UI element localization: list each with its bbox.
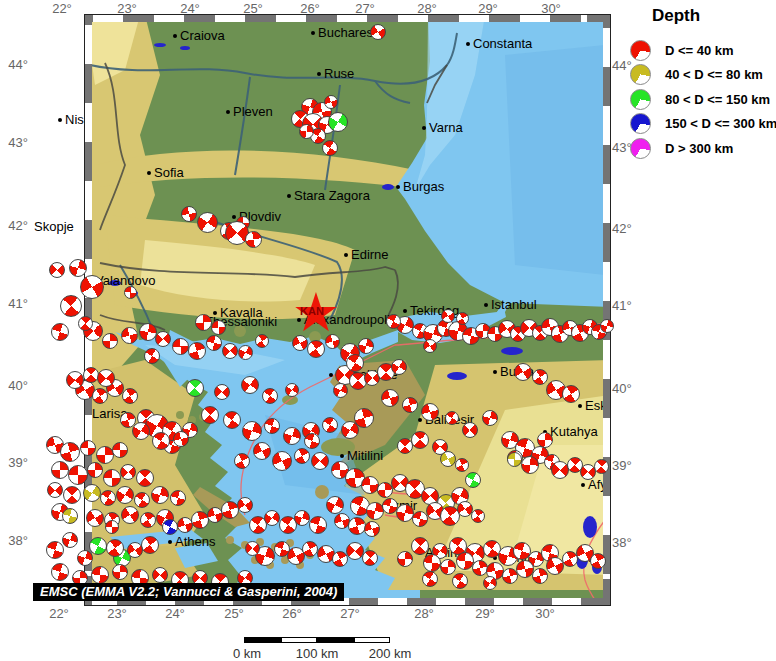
city-marker: Edirne — [344, 247, 389, 262]
station-code-label: KAN — [300, 305, 324, 317]
city-marker: Afyon — [581, 477, 603, 492]
city-label: Bursa — [500, 364, 534, 379]
city-marker: Balikesir — [418, 412, 474, 427]
city-marker: Athens — [168, 534, 215, 549]
lon-tick-label: 23° — [107, 606, 127, 621]
city-dot-icon — [403, 309, 407, 313]
city-dot-icon — [232, 215, 236, 219]
city-dot-icon — [422, 126, 426, 130]
city-label: Craiova — [180, 28, 225, 43]
city-label: Canakkale — [336, 367, 397, 382]
legend-item-label: 40 < D <= 80 km — [665, 67, 763, 82]
city-dot-icon — [147, 171, 151, 175]
lon-tick-label: 26° — [282, 606, 302, 621]
attribution-bar: EMSC (EMMA V2.2; Vannucci & Gasperini, 2… — [33, 583, 344, 601]
scale-bar-segment — [281, 637, 318, 643]
city-dot-icon — [581, 556, 585, 560]
city-label: Constanta — [473, 36, 532, 51]
legend-item-label: 80 < D <= 150 km — [665, 92, 770, 107]
city-marker: Skopje — [34, 219, 74, 234]
lon-tick-label: 22° — [49, 606, 69, 621]
lat-tick-label: 41° — [612, 298, 632, 313]
city-label: Isparta — [588, 550, 603, 565]
legend-item-label: 150 < D <= 300 km — [665, 116, 776, 131]
city-label: Varna — [429, 120, 463, 135]
city-label: Mitilini — [347, 448, 383, 463]
city-label: Athens — [175, 534, 215, 549]
city-marker: Larisa — [92, 406, 127, 421]
legend-item: D <= 40 km — [630, 39, 734, 61]
scale-bar-label: 200 km — [369, 646, 412, 661]
city-dot-icon — [344, 253, 348, 257]
scale-bar-label: 0 km — [233, 646, 261, 661]
city-label: Izmir — [389, 498, 417, 513]
city-dot-icon — [198, 320, 202, 324]
focal-mechanism-legend-icon — [630, 138, 651, 159]
city-dot-icon — [173, 34, 177, 38]
city-label: Skopje — [34, 219, 74, 234]
city-dot-icon — [287, 194, 291, 198]
legend-item: 80 < D <= 150 km — [630, 88, 770, 110]
city-dot-icon — [382, 504, 386, 508]
city-marker: Bursa — [493, 364, 534, 379]
lat-tick-label: 38° — [612, 535, 632, 550]
lat-tick-label: 40° — [612, 381, 632, 396]
lon-tick-label: 27° — [340, 606, 360, 621]
city-label: Denizli — [500, 550, 539, 565]
scale-bar-label: 100 km — [296, 646, 339, 661]
city-marker: Burgas — [396, 179, 444, 194]
lat-tick-label: 42° — [612, 221, 632, 236]
map-figure: 22°23°24°25°26°27°28°29°30° 22°23°24°25°… — [0, 0, 776, 661]
scale-bar — [244, 637, 391, 643]
city-label: Tekirdag — [410, 303, 459, 318]
city-marker: Pleven — [226, 104, 273, 119]
legend-title: Depth — [652, 6, 700, 26]
city-marker: Thessaloniki — [198, 314, 277, 329]
city-label: Nis — [65, 112, 84, 127]
city-marker: Varna — [422, 120, 463, 135]
city-label: Aydin — [425, 545, 457, 560]
city-label: Plovdiv — [239, 209, 281, 224]
city-marker: Tekirdag — [403, 303, 459, 318]
city-dot-icon — [317, 72, 321, 76]
city-dot-icon — [168, 540, 172, 544]
city-label: Eskisehir — [585, 398, 603, 413]
city-marker: Mitilini — [340, 448, 383, 463]
city-marker: Ruse — [317, 66, 354, 81]
legend-item: 150 < D <= 300 km — [630, 113, 776, 135]
city-dot-icon — [226, 110, 230, 114]
city-label: Bucharest — [318, 25, 377, 40]
lat-tick-label: 39° — [612, 458, 632, 473]
focal-mechanism-legend-icon — [630, 113, 651, 134]
city-dot-icon — [578, 404, 582, 408]
city-marker: Eskisehir — [578, 398, 603, 413]
lon-tick-label: 25° — [224, 606, 244, 621]
lon-tick-label: 24° — [165, 606, 185, 621]
city-label: Pleven — [233, 104, 273, 119]
map-border-right — [603, 15, 610, 605]
city-marker: Bucharest — [311, 25, 377, 40]
city-marker: Istanbul — [484, 297, 537, 312]
city-label: Ruse — [324, 66, 354, 81]
city-dot-icon — [484, 303, 488, 307]
city-marker: Craiova — [173, 28, 225, 43]
city-dot-icon — [466, 42, 470, 46]
city-marker: Kutahya — [543, 424, 598, 439]
city-dot-icon — [418, 418, 422, 422]
city-dot-icon — [418, 551, 422, 555]
city-label: Stara Zagora — [294, 188, 370, 203]
city-marker: Nis — [58, 112, 84, 127]
legend-item: 40 < D <= 80 km — [630, 64, 763, 86]
city-marker: Denizli — [493, 550, 539, 565]
city-label: Thessaloniki — [205, 314, 277, 329]
city-dot-icon — [493, 556, 497, 560]
city-marker: Sofia — [147, 165, 184, 180]
city-dot-icon — [311, 31, 315, 35]
city-dot-icon — [543, 430, 547, 434]
legend-item-label: D <= 40 km — [665, 43, 734, 58]
city-dot-icon — [493, 370, 497, 374]
focal-mechanism-legend-icon — [630, 40, 651, 61]
city-label: Edirne — [351, 247, 389, 262]
city-marker: Isparta — [581, 550, 603, 565]
city-label: Kutahya — [550, 424, 598, 439]
